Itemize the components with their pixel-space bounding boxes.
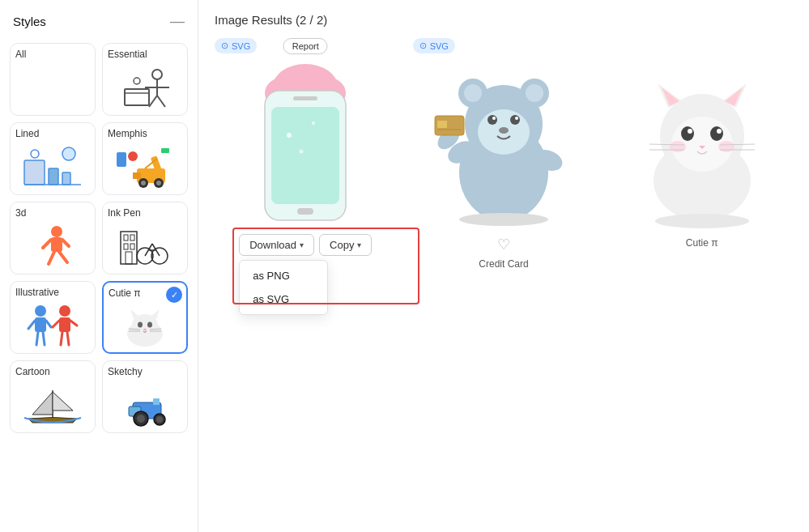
- results-header: Image Results (2 / 2): [215, 13, 793, 27]
- sidebar-item-all[interactable]: All: [10, 43, 96, 116]
- sidebar-collapse-icon[interactable]: —: [170, 13, 185, 30]
- svg-check-icon-1: ⊙: [221, 40, 228, 51]
- svg-point-7: [134, 78, 140, 84]
- heart-button-2[interactable]: ♡: [497, 236, 510, 253]
- copy-button[interactable]: Copy ▾: [319, 234, 372, 256]
- sidebar-item-cutiepi[interactable]: Cutie π: [102, 281, 188, 354]
- svg-point-112: [717, 129, 722, 134]
- svg-rect-36: [126, 252, 132, 264]
- sidebar-item-illustrative[interactable]: Illustrative: [10, 281, 96, 354]
- style-label-essential: Essential: [108, 49, 147, 60]
- svg-rect-33: [130, 235, 134, 240]
- svg-rect-24: [161, 148, 169, 153]
- download-as-png[interactable]: as PNG: [240, 264, 327, 287]
- sidebar-item-inkpen[interactable]: Ink Pen: [102, 202, 188, 275]
- download-arrow-icon: ▾: [300, 240, 304, 249]
- svg-rect-32: [124, 235, 128, 240]
- sidebar-item-3d[interactable]: 3d: [10, 202, 96, 275]
- svg-line-50: [53, 321, 59, 327]
- style-label-lined: Lined: [15, 128, 39, 139]
- svg-point-23: [128, 151, 138, 161]
- copy-label: Copy: [330, 239, 354, 251]
- svg-point-55: [132, 314, 158, 337]
- image-card-1-top: ⊙ SVG Report: [215, 38, 397, 228]
- download-container: Download ▾ as PNG as SVG: [239, 234, 314, 256]
- svg-point-48: [59, 305, 70, 317]
- style-label-illustrative: Illustrative: [15, 287, 59, 298]
- download-as-svg[interactable]: as SVG: [240, 287, 327, 311]
- sidebar-item-sketchy[interactable]: Sketchy: [102, 360, 188, 433]
- sidebar-item-lined[interactable]: Lined: [10, 122, 96, 195]
- image-card-2: ⊙ SVG: [413, 38, 595, 272]
- sidebar-item-essential[interactable]: Essential: [102, 43, 188, 116]
- svg-rect-72: [153, 398, 160, 405]
- phone-illustration: [241, 62, 370, 228]
- svg-rect-22: [117, 152, 126, 167]
- svg-rect-77: [271, 107, 339, 204]
- svg-point-87: [464, 84, 482, 102]
- svg-point-90: [488, 115, 497, 125]
- svg-point-0: [152, 70, 162, 79]
- style-label-all: All: [15, 49, 26, 60]
- styles-grid: All Essential Line: [10, 43, 188, 433]
- svg-point-94: [499, 127, 509, 134]
- svg-line-51: [70, 321, 77, 326]
- svg-rect-49: [59, 317, 70, 332]
- svg-line-52: [61, 332, 62, 345]
- image-card-1: ⊙ SVG Report: [215, 38, 397, 272]
- style-img-memphis: [108, 143, 182, 189]
- svg-rect-8: [24, 160, 45, 185]
- svg-line-28: [62, 240, 69, 246]
- svg-rect-81: [293, 96, 317, 100]
- download-button[interactable]: Download ▾: [239, 234, 314, 256]
- svg-point-88: [526, 84, 543, 102]
- svg-point-113: [670, 141, 686, 152]
- svg-point-109: [681, 126, 694, 141]
- svg-point-69: [137, 415, 145, 423]
- svg-point-111: [688, 129, 692, 134]
- report-badge[interactable]: Report: [283, 38, 328, 54]
- svg-point-19: [156, 181, 161, 185]
- svg-point-59: [147, 321, 152, 327]
- svg-line-46: [36, 332, 38, 345]
- bear-illustration: [431, 67, 577, 232]
- main-content: Image Results (2 / 2) ⊙ SVG Report: [198, 0, 809, 532]
- style-label-cartoon: Cartoon: [15, 366, 50, 377]
- svg-point-92: [492, 117, 496, 120]
- sidebar-header: Styles —: [10, 13, 188, 30]
- style-img-lined: [15, 143, 90, 189]
- svg-line-53: [67, 332, 69, 345]
- svg-rect-43: [35, 317, 46, 332]
- svg-line-27: [43, 240, 51, 248]
- svg-line-45: [46, 321, 51, 327]
- download-dropdown: as PNG as SVG: [239, 260, 328, 315]
- image-label-3: Cutie π: [686, 237, 718, 249]
- svg-line-47: [43, 332, 45, 345]
- style-img-cartoon: [15, 381, 90, 428]
- svg-point-101: [459, 213, 548, 226]
- style-label-sketchy: Sketchy: [108, 366, 143, 377]
- svg-point-12: [31, 150, 39, 158]
- sidebar: Styles — All Essential: [0, 0, 198, 532]
- image-label-2: Credit Card: [479, 258, 528, 270]
- svg-line-44: [28, 321, 35, 329]
- image-card-1-actions: Download ▾ as PNG as SVG Copy: [215, 234, 397, 256]
- svg-line-4: [157, 96, 165, 107]
- svg-line-3: [149, 96, 157, 107]
- image-card-2-top: ⊙ SVG: [413, 38, 595, 232]
- sidebar-item-memphis[interactable]: Memphis: [102, 122, 188, 195]
- sidebar-item-cartoon[interactable]: Cartoon: [10, 360, 96, 433]
- svg-rect-98: [437, 121, 447, 128]
- svg-point-119: [655, 214, 749, 228]
- copy-arrow-icon: ▾: [357, 240, 361, 249]
- image-card-3-top: [611, 38, 793, 232]
- svg-point-11: [62, 147, 75, 160]
- svg-badge-2: ⊙ SVG: [413, 38, 455, 53]
- selected-check-icon: ✓: [166, 287, 182, 303]
- svg-point-60: [143, 328, 147, 330]
- cutiepi-illustration: [629, 67, 775, 232]
- style-img-cutiepi: [109, 302, 181, 347]
- svg-point-93: [515, 117, 518, 120]
- svg-point-42: [35, 305, 46, 317]
- sidebar-title: Styles: [13, 15, 46, 28]
